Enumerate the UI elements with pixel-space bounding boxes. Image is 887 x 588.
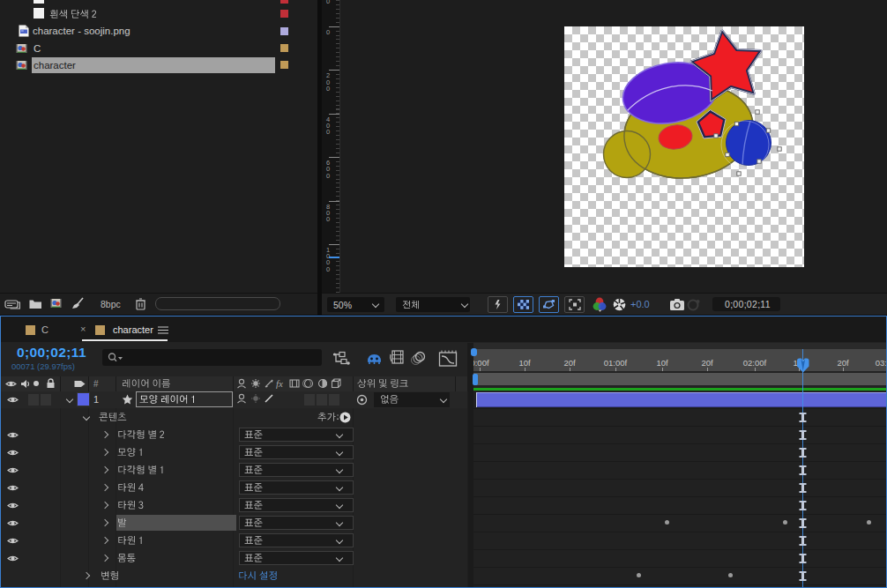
svg-text:fx: fx [276,378,283,389]
